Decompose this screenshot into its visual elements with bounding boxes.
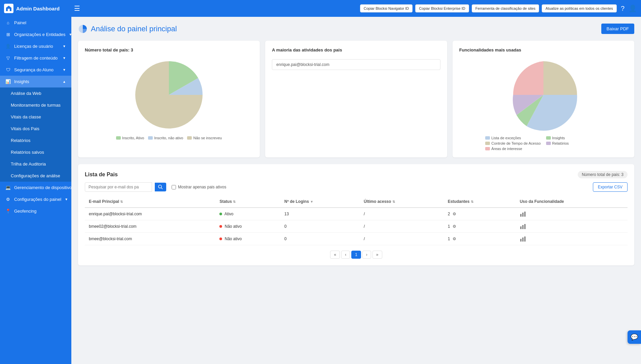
legend-not-enrolled-dot bbox=[187, 136, 192, 140]
sidebar-item-seguranca[interactable]: 🛡 Segurança do Aluno ▼ bbox=[0, 64, 71, 76]
sidebar-item-geofencing[interactable]: 📍 Geofencing bbox=[0, 205, 71, 217]
total-badge: Número total de pais: 3 bbox=[578, 171, 628, 178]
most-used-chart: Lista de exceções Insights Controle de T… bbox=[459, 58, 628, 151]
device-icon: 💻 bbox=[5, 185, 11, 190]
svg-rect-12 bbox=[522, 238, 524, 242]
copy-enterprise-btn[interactable]: Copiar Blocksi Enterprise ID bbox=[415, 4, 469, 12]
org-icon: ⊞ bbox=[5, 32, 11, 37]
sidebar-item-trilha[interactable]: Trilha de Auditoria bbox=[0, 158, 71, 170]
sort-last-access-icon[interactable]: ⇅ bbox=[392, 200, 395, 204]
bar-chart-icon-2 bbox=[520, 236, 527, 242]
copy-navigator-btn[interactable]: Copiar Blocksi Navigator ID bbox=[360, 4, 413, 12]
shield-icon: 🛡 bbox=[5, 67, 11, 72]
col-email-label: E-mail Principal bbox=[89, 199, 119, 204]
sidebar-item-gerenciamento[interactable]: 💻 Gerenciamento de dispositivo ▼ bbox=[0, 182, 71, 193]
sidebar-item-relatorios-salvos[interactable]: Relatórios salvos bbox=[0, 146, 71, 158]
chevron-up-icon: ▲ bbox=[63, 80, 66, 83]
cell-feature-0[interactable] bbox=[516, 208, 628, 220]
legend-relatorios: Relatórios bbox=[546, 141, 602, 145]
sidebar-item-analise-web[interactable]: Análise da Web bbox=[0, 87, 71, 99]
table-head: E-mail Principal ⇅ Status ⇅ Nº de Logins… bbox=[85, 196, 628, 208]
download-pdf-btn[interactable]: Baixar PDF bbox=[601, 24, 634, 34]
svg-rect-1 bbox=[8, 9, 10, 11]
sidebar-label-config-analise: Configurações de análise bbox=[11, 173, 60, 178]
page-header: Análise do painel principal Baixar PDF bbox=[78, 24, 634, 34]
chevron-down-icon2: ▼ bbox=[63, 44, 66, 48]
cell-feature-1[interactable] bbox=[516, 220, 628, 233]
sidebar-label-relatorios-salvos: Relatórios salvos bbox=[11, 150, 44, 155]
status-dot-active bbox=[219, 213, 222, 215]
most-used-pie-svg bbox=[506, 58, 580, 132]
page-next-next-btn[interactable]: » bbox=[372, 251, 382, 259]
table-header-row: E-mail Principal ⇅ Status ⇅ Nº de Logins… bbox=[85, 196, 628, 208]
home-icon: ⌂ bbox=[5, 20, 11, 25]
chat-fab-button[interactable]: 💬 bbox=[628, 330, 641, 344]
settings-icon: ⚙ bbox=[5, 197, 11, 202]
most-active-title: A maioria das atividades dos pais bbox=[272, 47, 440, 52]
app-body: ⌂ Painel ⊞ Organizações e Entidades ▼ 👤 … bbox=[0, 17, 641, 364]
update-policies-btn[interactable]: Atualize as políticas em todos os client… bbox=[542, 4, 617, 12]
page-current-btn[interactable]: 1 bbox=[351, 251, 361, 259]
user-icon[interactable]: 👤 bbox=[629, 4, 637, 12]
sidebar-item-config-analise[interactable]: Configurações de análise bbox=[0, 170, 71, 182]
page-prev-btn[interactable]: ‹ bbox=[341, 251, 350, 259]
sidebar-item-licencas[interactable]: 👤 Licenças de usuário ▼ bbox=[0, 40, 71, 52]
svg-rect-10 bbox=[524, 224, 526, 229]
sidebar-item-vitais-classe[interactable]: Vitais da classe bbox=[0, 111, 71, 123]
sidebar-item-relatorios[interactable]: Relatórios bbox=[0, 135, 71, 146]
hamburger-icon[interactable]: ☰ bbox=[71, 4, 83, 12]
most-active-content: enrique.pai@blocksi-trial.com bbox=[272, 58, 440, 70]
total-parents-chart: Inscrito, Ativo Inscrito, não ativo Não … bbox=[85, 58, 253, 140]
sidebar-label-monitoramento: Monitoramento de turmas bbox=[11, 103, 61, 108]
cell-email-2: bmee@blocksi-trial.com bbox=[85, 233, 215, 245]
active-only-checkbox-label[interactable]: Mostrar apenas pais ativos bbox=[172, 185, 226, 189]
page-title: Análise do painel principal bbox=[91, 25, 177, 33]
export-csv-btn[interactable]: Exportar CSV bbox=[593, 182, 628, 192]
legend-controle: Controle de Tempo de Acesso bbox=[485, 141, 541, 145]
sidebar-item-vitais-pais[interactable]: Vitais dos Pais bbox=[0, 123, 71, 135]
sidebar-label-geofencing: Geofencing bbox=[14, 209, 37, 214]
sidebar-item-monitoramento[interactable]: Monitoramento de turmas bbox=[0, 99, 71, 111]
sidebar-submenu-insights: Análise da Web Monitoramento de turmas V… bbox=[0, 87, 71, 182]
sort-status-icon[interactable]: ⇅ bbox=[233, 200, 236, 204]
sidebar-item-insights[interactable]: 📊 Insights ▲ bbox=[0, 76, 71, 87]
cell-logins-1: 0 bbox=[280, 220, 360, 233]
sort-email-icon[interactable]: ⇅ bbox=[120, 200, 123, 204]
col-last-access-label: Último acesso bbox=[364, 199, 391, 204]
total-parents-legend: Inscrito, Ativo Inscrito, não ativo Não … bbox=[116, 136, 222, 140]
sidebar-label-vitais-pais: Vitais dos Pais bbox=[11, 126, 39, 131]
sidebar-label-insights: Insights bbox=[14, 79, 29, 84]
app-logo: Admin Dashboard bbox=[4, 4, 71, 13]
sidebar-label-seguranca: Segurança do Aluno bbox=[14, 67, 54, 72]
most-active-email: enrique.pai@blocksi-trial.com bbox=[272, 59, 440, 70]
svg-rect-13 bbox=[524, 236, 526, 242]
cell-feature-2[interactable] bbox=[516, 233, 628, 245]
page-prev-prev-btn[interactable]: « bbox=[330, 251, 340, 259]
site-classification-btn[interactable]: Ferramenta de classificação de sites bbox=[472, 4, 539, 12]
search-button[interactable] bbox=[155, 183, 166, 191]
main-content: Análise do painel principal Baixar PDF N… bbox=[71, 17, 641, 364]
sidebar-item-config-painel[interactable]: ⚙ Configurações do painel ▼ bbox=[0, 193, 71, 205]
sidebar-item-painel[interactable]: ⌂ Painel bbox=[0, 17, 71, 29]
legend-not-enrolled: Não se inscreveu bbox=[187, 136, 222, 140]
svg-line-4 bbox=[161, 188, 163, 189]
sort-students-icon[interactable]: ⇅ bbox=[471, 200, 473, 204]
search-input[interactable] bbox=[85, 182, 152, 192]
sidebar-item-filtragem[interactable]: ▽ Filtragem de conteúdo ▼ bbox=[0, 52, 71, 64]
help-icon[interactable]: ? bbox=[621, 5, 625, 12]
most-used-title: Funcionalidades mais usadas bbox=[459, 47, 628, 52]
active-only-checkbox[interactable] bbox=[172, 185, 176, 189]
col-logins: Nº de Logins ▼ bbox=[280, 196, 360, 208]
pie-chart-icon bbox=[78, 24, 87, 34]
sort-logins-icon[interactable]: ▼ bbox=[310, 200, 313, 204]
svg-rect-11 bbox=[520, 239, 522, 242]
page-next-btn[interactable]: › bbox=[362, 251, 371, 259]
cell-logins-2: 0 bbox=[280, 233, 360, 245]
pagination: « ‹ 1 › » bbox=[85, 251, 628, 259]
most-used-card: Funcionalidades mais usadas bbox=[453, 41, 634, 157]
sidebar-item-orgs[interactable]: ⊞ Organizações e Entidades ▼ bbox=[0, 29, 71, 40]
legend-active: Inscrito, Ativo bbox=[116, 136, 144, 140]
chart-icon: 📊 bbox=[5, 79, 11, 84]
students-icon-0: ⚙ bbox=[453, 212, 456, 216]
svg-rect-7 bbox=[524, 212, 526, 217]
